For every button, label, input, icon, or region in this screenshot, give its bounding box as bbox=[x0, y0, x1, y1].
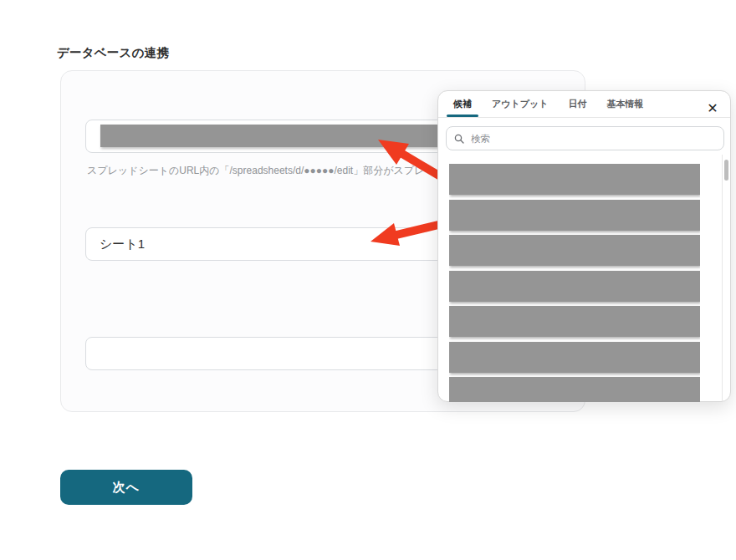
tab-basic-info[interactable]: 基本情報 bbox=[607, 91, 644, 117]
variable-picker-popup: 候補 アウトプット 日付 基本情報 ✕ bbox=[437, 90, 731, 402]
list-item-redacted[interactable] bbox=[449, 342, 700, 373]
list-item-redacted[interactable] bbox=[449, 164, 700, 195]
candidate-list bbox=[449, 164, 700, 402]
popup-search-box[interactable] bbox=[446, 126, 724, 150]
list-item-redacted[interactable] bbox=[449, 377, 700, 402]
search-input[interactable] bbox=[469, 133, 707, 145]
tab-date[interactable]: 日付 bbox=[569, 91, 587, 117]
popup-tabbar: 候補 アウトプット 日付 基本情報 bbox=[438, 91, 730, 118]
spreadsheet-id-help: スプレッドシートのURL内の「/spreadsheets/d/●●●●●/edi… bbox=[87, 164, 424, 178]
next-button[interactable]: 次へ bbox=[60, 470, 192, 505]
list-item-redacted[interactable] bbox=[449, 306, 700, 337]
list-item-redacted[interactable] bbox=[449, 200, 700, 231]
redaction-bar bbox=[100, 125, 440, 147]
list-item-redacted[interactable] bbox=[449, 271, 700, 302]
page-title: データベースの連携 bbox=[57, 45, 169, 61]
scrollbar-thumb[interactable] bbox=[724, 160, 728, 181]
search-icon bbox=[454, 134, 464, 144]
tab-output[interactable]: アウトプット bbox=[492, 91, 549, 117]
scroll-divider bbox=[722, 155, 723, 401]
close-icon[interactable]: ✕ bbox=[703, 99, 722, 117]
tab-candidates[interactable]: 候補 bbox=[453, 91, 472, 117]
list-item-redacted[interactable] bbox=[449, 235, 700, 266]
